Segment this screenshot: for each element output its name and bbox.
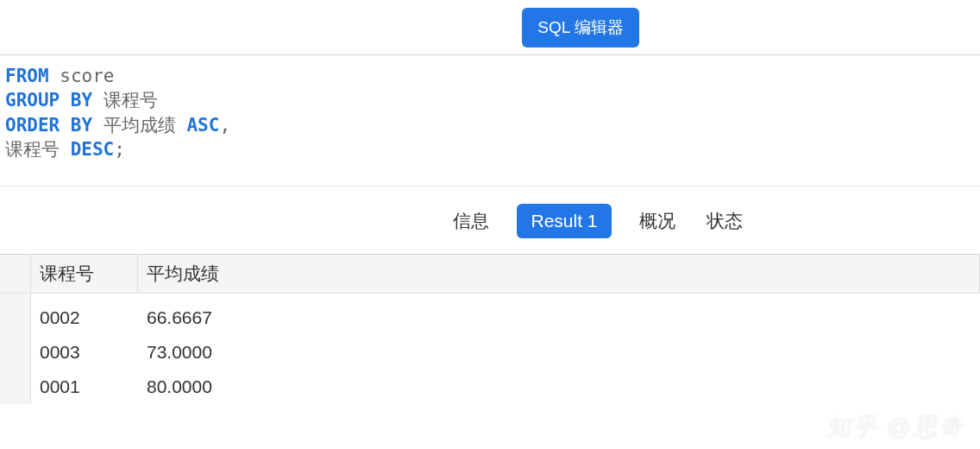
from-table-value: score [60, 66, 114, 86]
sql-editor-button[interactable]: SQL 编辑器 [522, 8, 639, 47]
code-line: ORDER BY 平均成绩 ASC, [5, 113, 975, 137]
top-bar: SQL 编辑器 [0, 0, 980, 55]
table-header-row: 课程号 平均成绩 [0, 255, 980, 294]
column-header-avg-score[interactable]: 平均成绩 [138, 255, 980, 293]
code-line: 课程号 DESC; [5, 137, 975, 161]
cell-course-id: 0001 [31, 370, 138, 404]
cell-avg-score: 66.6667 [138, 300, 980, 335]
table-row[interactable]: 0001 80.0000 [31, 370, 980, 404]
watermark: 知乎 @思奇 [826, 411, 964, 444]
tab-profile[interactable]: 概况 [636, 202, 679, 240]
keyword-order-by: ORDER BY [5, 115, 92, 136]
table-body: 0002 66.6667 0003 73.0000 0001 80.0000 [31, 294, 980, 404]
keyword-asc: ASC [186, 115, 219, 136]
group-by-column: 课程号 [104, 90, 158, 111]
column-header-course-id[interactable]: 课程号 [31, 255, 138, 293]
order-by-col2: 课程号 [5, 139, 60, 160]
keyword-from: FROM [5, 66, 49, 86]
result-table: 课程号 平均成绩 0002 66.6667 0003 73.0000 0001 … [0, 255, 980, 404]
cell-avg-score: 73.0000 [138, 335, 980, 370]
table-row[interactable]: 0003 73.0000 [31, 335, 980, 370]
table-gutter [0, 294, 31, 404]
code-line: FROM score [5, 64, 975, 88]
sql-code-area[interactable]: FROM score GROUP BY 课程号 ORDER BY 平均成绩 AS… [0, 55, 980, 187]
cell-course-id: 0003 [31, 335, 138, 370]
comma: , [219, 115, 230, 136]
cell-avg-score: 80.0000 [138, 370, 980, 404]
order-by-col1: 平均成绩 [104, 115, 176, 136]
tab-status[interactable]: 状态 [703, 202, 746, 240]
tab-result[interactable]: Result 1 [517, 204, 611, 238]
tab-info[interactable]: 信息 [449, 202, 493, 240]
keyword-group-by: GROUP BY [5, 90, 92, 111]
code-line: GROUP BY 课程号 [5, 88, 975, 112]
result-tabs-bar: 信息 Result 1 概况 状态 [0, 187, 980, 255]
semicolon: ; [114, 139, 125, 160]
keyword-desc: DESC [71, 139, 115, 160]
table-gutter-header [0, 255, 31, 293]
table-row[interactable]: 0002 66.6667 [31, 300, 980, 335]
cell-course-id: 0002 [31, 300, 138, 335]
